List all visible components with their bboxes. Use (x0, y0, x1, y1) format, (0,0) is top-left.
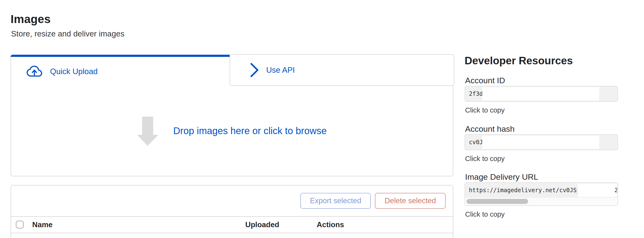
tab-use-api-label: Use API (266, 66, 295, 75)
url-overflow-fragment: 2 (614, 183, 617, 198)
active-tab-indicator (10, 55, 230, 57)
delete-selected-button[interactable]: Delete selected (375, 193, 446, 209)
select-all-checkbox[interactable] (16, 221, 24, 229)
redaction-overlay (482, 135, 599, 149)
export-selected-button[interactable]: Export selected (300, 193, 371, 209)
images-dashboard-page: Images Store, resize and deliver images … (0, 0, 644, 238)
account-hash-label: Account hash (465, 124, 514, 134)
image-delivery-url-value: https://imagedelivery.net/cv0JSj (469, 183, 580, 198)
tab-quick-upload[interactable]: Quick Upload (11, 57, 230, 86)
table-header-row: Name Uploaded Actions (11, 217, 453, 233)
page-title: Images (10, 12, 51, 26)
horizontal-scrollbar (465, 198, 618, 205)
images-table-card: Export selected Delete selected Name Upl… (10, 185, 453, 238)
account-id-label: Account ID (465, 76, 505, 85)
developer-resources-title: Developer Resources (464, 55, 573, 67)
redaction-overlay (482, 87, 599, 101)
column-header-uploaded: Uploaded (245, 221, 279, 229)
column-header-actions: Actions (317, 221, 344, 229)
tab-use-api[interactable]: Use API (230, 54, 454, 86)
page-subtitle: Store, resize and deliver images (11, 29, 124, 38)
arrow-down-icon (137, 117, 158, 145)
account-id-value: 2f3d (469, 86, 483, 101)
column-header-name: Name (32, 221, 52, 229)
horizontal-scrollbar-thumb[interactable] (466, 199, 528, 204)
image-delivery-url-copy-hint: Click to copy (465, 210, 504, 218)
cloud-upload-icon (26, 66, 42, 78)
account-hash-field[interactable]: cv0J (464, 134, 618, 150)
image-delivery-url-field[interactable]: https://imagedelivery.net/cv0JSj 2 (464, 182, 618, 206)
redaction-overlay (578, 184, 617, 197)
image-delivery-url-label: Image Delivery URL (465, 172, 538, 182)
account-hash-value: cv0J (469, 135, 483, 150)
account-id-field[interactable]: 2f3d (464, 86, 618, 102)
upload-card: Quick Upload Use API Drop images here or… (10, 55, 453, 176)
account-hash-copy-hint: Click to copy (465, 155, 504, 163)
tab-quick-upload-label: Quick Upload (50, 67, 98, 76)
image-dropzone[interactable]: Drop images here or click to browse (11, 86, 453, 176)
account-id-copy-hint: Click to copy (465, 106, 504, 114)
chevron-right-icon (250, 63, 258, 77)
dropzone-label: Drop images here or click to browse (173, 125, 326, 136)
table-toolbar: Export selected Delete selected (11, 185, 453, 217)
